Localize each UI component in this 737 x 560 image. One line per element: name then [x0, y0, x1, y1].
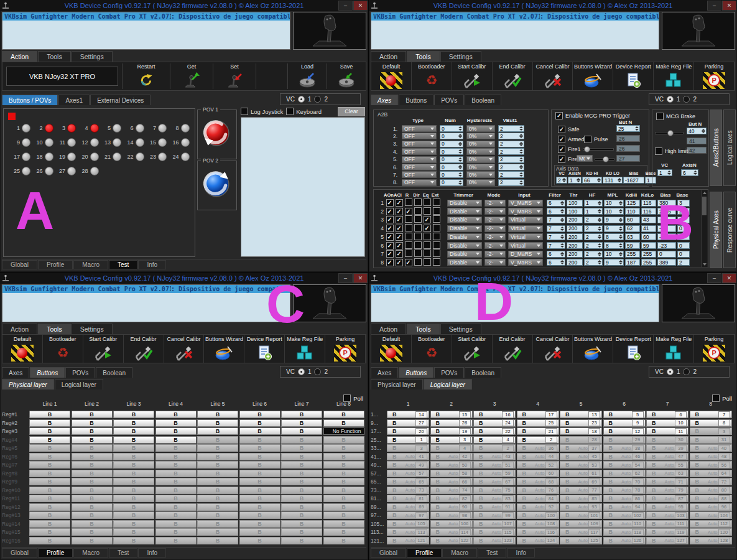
a2b-vbut1-spinner[interactable]: 2 — [498, 148, 524, 155]
acl-checkbox[interactable] — [396, 199, 403, 207]
bottomtab-global[interactable]: Global — [371, 548, 406, 558]
button-cell[interactable]: B — [29, 427, 70, 435]
a2b-hysteresis-dropdown[interactable]: 0% — [466, 179, 495, 186]
subtab-povs[interactable]: POVs — [65, 367, 95, 378]
subtab-external-devices[interactable]: External Devices — [90, 95, 151, 105]
logical-button-cell[interactable]: B7 — [690, 411, 732, 418]
logical-button-cell[interactable]: B17 — [517, 411, 559, 418]
trimmer-dropdown[interactable]: Disable — [447, 233, 482, 240]
mode-dropdown[interactable]: -2- — [484, 200, 506, 207]
mpl-field[interactable]: 9 — [604, 225, 624, 232]
spinner-arrows[interactable] — [519, 126, 523, 131]
close-button[interactable]: ✕ — [353, 1, 368, 11]
logical-button-cell[interactable]: B8 — [690, 419, 732, 427]
layertab-physical-layer[interactable]: Physical layer — [371, 379, 423, 390]
ext-checkbox[interactable] — [433, 233, 440, 240]
thr-field[interactable]: 200 — [567, 259, 583, 266]
bottomtab-global[interactable]: Global — [2, 260, 37, 269]
logical-button-cell[interactable]: B24 — [473, 419, 516, 427]
brake-butn-spinner[interactable]: 40 — [687, 128, 707, 134]
make-reg-file-button[interactable]: Make Reg File — [285, 335, 325, 363]
a2b-num-spinner[interactable]: 0 — [440, 179, 463, 186]
bottomtab-profile[interactable]: Profile — [38, 548, 73, 558]
logical-button-cell[interactable]: B4 — [473, 436, 516, 444]
eq-checkbox[interactable] — [424, 241, 431, 249]
input-dropdown[interactable]: Virtual — [508, 242, 543, 249]
kdlo-field[interactable]: 60 — [641, 233, 656, 240]
a2b-vbut1-spinner[interactable]: 2 — [498, 179, 524, 186]
base-field[interactable]: 0 — [677, 251, 690, 258]
end-calibr-button[interactable]: End Calibr — [493, 62, 533, 90]
mpl-field[interactable]: 8 — [604, 233, 624, 240]
side-tab-logical-axes[interactable]: Logical axes — [723, 110, 736, 186]
eq-checkbox[interactable] — [424, 225, 431, 232]
input-dropdown[interactable]: Virtual — [508, 217, 543, 223]
spinner-arrows[interactable] — [458, 149, 462, 154]
button-cell[interactable]: B — [155, 427, 197, 435]
logical-button-cell[interactable]: B11 — [646, 427, 688, 435]
set-button[interactable]: Set — [213, 62, 256, 90]
kdhi-field[interactable]: 60 — [625, 217, 640, 223]
subtab-boolean[interactable]: Boolean — [96, 367, 132, 378]
spinner-arrows[interactable] — [598, 235, 601, 239]
subtab-boolean[interactable]: Boolean — [465, 367, 501, 378]
make-reg-file-button[interactable]: Make Reg File — [654, 335, 694, 363]
acl-checkbox[interactable] — [396, 216, 403, 223]
enable-mcg-checkbox[interactable] — [555, 112, 563, 119]
logical-button-cell[interactable]: B9 — [603, 419, 646, 427]
spinner-arrows[interactable] — [598, 260, 601, 264]
hf-field[interactable]: 2 — [584, 259, 603, 266]
mode-dropdown[interactable]: -2- — [484, 225, 506, 232]
device-report-button[interactable]: Device Report — [244, 335, 285, 363]
scroll-down-arrow[interactable] — [703, 263, 707, 266]
clear-button[interactable]: Clear — [338, 107, 365, 116]
start-calibr-button[interactable]: Start Calibr — [452, 62, 493, 90]
filter-field[interactable]: 7 — [547, 217, 565, 223]
eq-checkbox[interactable] — [424, 207, 431, 215]
a2b-num-spinner[interactable]: 0 — [440, 171, 463, 178]
button-cell[interactable]: B — [29, 419, 70, 427]
vc-radio-1[interactable] — [667, 96, 674, 103]
slider-thumb[interactable] — [667, 130, 674, 136]
kdhi-field[interactable]: 62 — [625, 225, 640, 232]
hf-field[interactable]: 2 — [584, 233, 603, 240]
button-cell[interactable]: B — [113, 436, 154, 444]
logical-button-cell[interactable]: B28 — [430, 419, 473, 427]
eq-checkbox[interactable] — [424, 216, 431, 223]
button-cell[interactable]: B — [323, 419, 364, 427]
spinner-arrows[interactable] — [598, 243, 601, 248]
tab-action[interactable]: Action — [2, 324, 37, 334]
bottomtab-info[interactable]: Info — [138, 548, 166, 558]
r-checkbox[interactable] — [405, 224, 412, 231]
button-cell[interactable]: B — [113, 427, 154, 435]
brake-vc-spinner[interactable]: 1 — [657, 169, 672, 176]
brake-slider[interactable] — [655, 130, 684, 136]
input-dropdown[interactable]: Virtual — [508, 233, 543, 240]
trimmer-dropdown[interactable]: Disable — [447, 200, 482, 207]
spinner-arrows[interactable] — [519, 142, 523, 146]
spinner-arrows[interactable] — [619, 243, 623, 248]
input-dropdown[interactable]: V_MaRS — [508, 259, 543, 266]
device-report-button[interactable]: Device Report — [613, 62, 654, 90]
aon-checkbox[interactable] — [386, 259, 394, 266]
a2b-num-spinner[interactable]: 0 — [440, 164, 463, 170]
spinner-arrows[interactable] — [619, 209, 623, 213]
logical-button-cell[interactable]: B25 — [517, 419, 559, 427]
mpl-field[interactable]: 10 — [604, 208, 624, 215]
spinner-arrows[interactable] — [519, 165, 523, 169]
a2b-type-dropdown[interactable]: OFF — [402, 171, 437, 178]
default-button[interactable]: Default — [371, 62, 412, 90]
a2b-hysteresis-dropdown[interactable]: 0% — [466, 148, 495, 155]
spinner-arrows[interactable] — [693, 170, 697, 175]
kdlo-field[interactable]: 43 — [641, 217, 656, 223]
subtab-buttons-povs[interactable]: Buttons / POVs — [2, 95, 58, 105]
mpl-field[interactable]: 9 — [604, 259, 624, 266]
subtab-buttons[interactable]: Buttons — [399, 367, 433, 378]
tab-tools[interactable]: Tools — [407, 51, 440, 62]
r-checkbox[interactable] — [405, 259, 412, 266]
kdlo-field[interactable]: 255 — [641, 251, 656, 258]
r-checkbox[interactable] — [405, 198, 412, 206]
fire2-checkbox[interactable] — [558, 156, 565, 163]
buttons-wizard-button[interactable]: Buttons Wizard — [204, 335, 244, 363]
kdhi-field[interactable]: 255 — [625, 251, 640, 258]
